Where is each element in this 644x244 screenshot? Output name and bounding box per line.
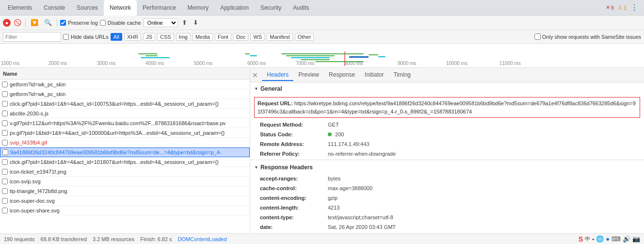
preserve-log-checkbox[interactable]: [60, 20, 66, 26]
filter-type-manifest[interactable]: Manifest: [267, 33, 293, 41]
right-panel: ✕ Headers Preview Response Initiator Tim…: [250, 68, 644, 233]
tab-sources[interactable]: Sources: [71, 0, 104, 16]
request-row[interactable]: icon-super-share.svg: [0, 206, 250, 215]
request-name: tip-triangle_f472b8d.png: [10, 188, 67, 194]
tab-headers[interactable]: Headers: [262, 69, 293, 81]
row-checkbox[interactable]: [2, 81, 8, 87]
tab-initiator[interactable]: Initiator: [360, 69, 388, 81]
tab-application[interactable]: Application: [214, 0, 255, 16]
filter-bar: Hide data URLs All XHR JS CSS Img Media …: [0, 30, 644, 44]
filter-input[interactable]: [3, 32, 61, 42]
warn-icon: ⚠: [618, 4, 623, 11]
row-checkbox[interactable]: [2, 188, 8, 194]
filter-type-font[interactable]: Font: [215, 33, 231, 41]
filter-type-other[interactable]: Other: [295, 33, 314, 41]
error-icon: ✕: [606, 4, 610, 11]
tab-timing[interactable]: Timing: [388, 69, 416, 81]
request-name: 9a41886f26d3240c844769eae009581b6bd9bd6e…: [10, 149, 221, 155]
request-row[interactable]: svip_f433fb4.gif: [0, 138, 250, 147]
cache-control-value: max-age=3888000: [328, 184, 372, 192]
samesite-label[interactable]: Only show requests with SameSite issues: [534, 33, 641, 40]
row-checkbox[interactable]: [2, 101, 8, 107]
tab-response[interactable]: Response: [324, 69, 360, 81]
request-row[interactable]: v.gif?pid=112&url=https%3A%2F%2Fwenku.ba…: [0, 118, 250, 128]
tab-security[interactable]: Security: [255, 0, 287, 16]
transferred-size: 68.8 KB transferred: [41, 236, 87, 242]
samesite-checkbox[interactable]: [534, 33, 541, 40]
request-row[interactable]: icon-svip.svg: [0, 177, 250, 186]
left-panel: Name getform?id=wk_pc_skin getform?id=wk…: [0, 68, 250, 233]
request-row[interactable]: getform?id=wk_pc_skin: [0, 89, 250, 99]
request-row[interactable]: icon-super-doc.svg: [0, 196, 250, 206]
devtools-tab-bar: Elements Console Sources Network Perform…: [0, 0, 644, 16]
request-name: getform?id=wk_pc_skin: [10, 91, 65, 97]
row-checkbox[interactable]: [2, 111, 8, 116]
warn-count: 1: [624, 5, 627, 11]
request-row[interactable]: tip-triangle_f472b8d.png: [0, 186, 250, 196]
tab-console[interactable]: Console: [38, 0, 71, 16]
more-options-icon[interactable]: ⋮: [630, 3, 638, 12]
warn-badge: ⚠ 1: [618, 4, 627, 11]
filter-type-xhr[interactable]: XHR: [124, 33, 141, 41]
request-row[interactable]: icon-ticket_e19471f.png: [0, 167, 250, 177]
tab-memory[interactable]: Memory: [182, 0, 214, 16]
import-button[interactable]: ⬆: [180, 18, 189, 27]
systray-dot-icon: •: [592, 236, 594, 242]
referrer-policy-value: no-referrer-when-downgrade: [328, 150, 396, 158]
request-row[interactable]: click.gif?pid=1&bid=1&fr=4&act_id=101807…: [0, 157, 250, 167]
filter-type-js[interactable]: JS: [143, 33, 155, 41]
tab-performance[interactable]: Performance: [137, 0, 182, 16]
cache-control-row: cache-control: max-age=3888000: [250, 183, 644, 193]
row-checkbox[interactable]: [2, 91, 8, 97]
content-type-row: content-type: text/javascript;charset=ut…: [250, 212, 644, 222]
filter-type-media[interactable]: Media: [193, 33, 213, 41]
record-button[interactable]: ●: [3, 19, 11, 27]
hide-data-urls-label[interactable]: Hide data URLs: [63, 34, 109, 40]
tab-preview[interactable]: Preview: [293, 69, 324, 81]
general-title: General: [260, 85, 282, 92]
error-badge: ✕ 9: [606, 4, 614, 11]
row-checkbox[interactable]: [2, 159, 8, 165]
systray-zh-icon: 中: [585, 235, 590, 243]
request-row-selected[interactable]: 9a41886f26d3240c844769eae009581b6bd9bd6e…: [0, 147, 250, 157]
tab-network[interactable]: Network: [104, 0, 137, 16]
filter-type-ws[interactable]: WS: [250, 33, 265, 41]
dom-content-loaded: DOMContentLoaded: [178, 236, 227, 242]
export-button[interactable]: ⬇: [191, 18, 200, 27]
tab-elements[interactable]: Elements: [2, 0, 38, 16]
row-checkbox[interactable]: [2, 140, 8, 146]
section-divider: [250, 160, 644, 160]
disable-cache-label[interactable]: Disable cache: [100, 20, 141, 26]
row-checkbox[interactable]: [2, 149, 8, 155]
row-checkbox[interactable]: [2, 208, 8, 213]
row-checkbox[interactable]: [2, 198, 8, 204]
filter-type-all[interactable]: All: [111, 33, 122, 41]
search-button[interactable]: 🔍: [42, 18, 54, 27]
systray-area: S 中 • 🌐 ● ⌨ 🔊 📷: [579, 235, 640, 243]
clear-button[interactable]: 🚫: [13, 18, 22, 28]
filter-button[interactable]: 🔽: [29, 18, 40, 27]
preserve-log-label[interactable]: Preserve log: [60, 20, 98, 26]
status-code-key: Status Code:: [260, 130, 328, 138]
filter-type-css[interactable]: CSS: [157, 33, 174, 41]
disable-cache-checkbox[interactable]: [100, 20, 106, 26]
throttle-select[interactable]: Online Fast 3G Slow 3G Offline: [143, 18, 178, 27]
request-row[interactable]: getform?id=wk_pc_skin: [0, 80, 250, 89]
disable-cache-text: Disable cache: [108, 20, 141, 26]
hide-data-urls-checkbox[interactable]: [63, 34, 69, 40]
request-method-value: GET: [328, 121, 339, 129]
filter-type-img[interactable]: Img: [176, 33, 191, 41]
filter-type-doc[interactable]: Doc: [233, 33, 249, 41]
row-checkbox[interactable]: [2, 169, 8, 175]
close-panel-button[interactable]: ✕: [252, 71, 258, 79]
request-row[interactable]: abclite-2030-s.js: [0, 109, 250, 118]
row-checkbox[interactable]: [2, 120, 8, 126]
request-row[interactable]: pv.gif?pid=1&bid=1&fr=4&act_id=100000&ur…: [0, 128, 250, 138]
finish-time: Finish: 6.82 s: [140, 236, 172, 242]
tab-audits[interactable]: Audits: [287, 0, 315, 16]
request-list[interactable]: getform?id=wk_pc_skin getform?id=wk_pc_s…: [0, 80, 250, 233]
row-checkbox[interactable]: [2, 130, 8, 136]
row-checkbox[interactable]: [2, 179, 8, 184]
request-row[interactable]: click.gif?pid=1&bid=1&fr=4&act_id=100753…: [0, 99, 250, 109]
name-column-header: Name: [3, 71, 17, 77]
